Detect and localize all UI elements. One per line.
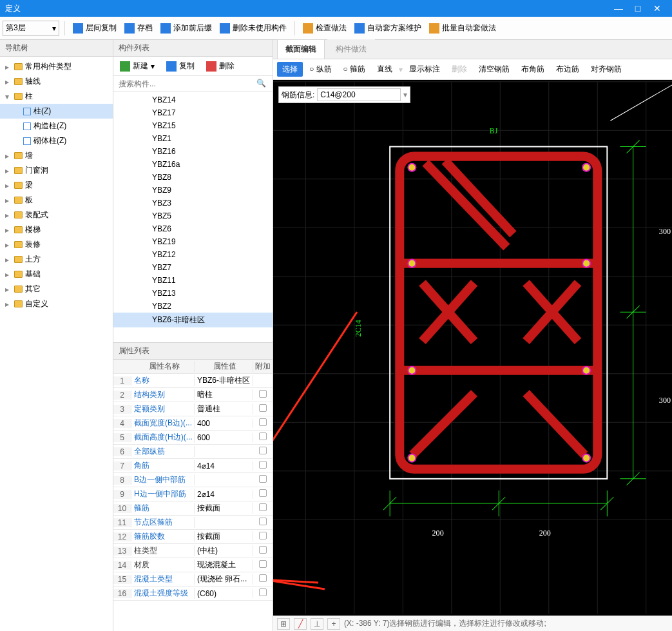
checkbox[interactable] xyxy=(259,461,267,469)
property-row[interactable]: 7角筋4⌀14 xyxy=(113,459,273,473)
component-item[interactable]: YBZ3 xyxy=(113,197,273,209)
tab-section-edit[interactable]: 截面编辑 xyxy=(277,39,325,59)
component-item[interactable]: YBZ2 xyxy=(113,300,273,313)
component-item[interactable]: YBZ6 xyxy=(113,222,273,235)
property-row[interactable]: 1名称YBZ6-非暗柱区 xyxy=(113,374,273,388)
nav-item[interactable]: ▸梁 xyxy=(0,178,113,193)
auto-scheme-button[interactable]: 自动套方案维护 xyxy=(352,21,424,35)
component-item[interactable]: YBZ19 xyxy=(113,235,273,248)
property-row[interactable]: 8B边一侧中部筋 xyxy=(113,473,273,487)
component-search-input[interactable] xyxy=(117,77,269,90)
status-btn-1[interactable]: ⊞ xyxy=(277,618,290,630)
stirrup-radio[interactable]: 箍筋 xyxy=(338,62,371,77)
nav-item[interactable]: ▸板 xyxy=(0,193,113,208)
checkbox[interactable] xyxy=(259,489,267,497)
component-item[interactable]: YBZ11 xyxy=(113,274,273,287)
align-rebar-button[interactable]: 对齐钢筋 xyxy=(586,62,627,77)
checkbox[interactable] xyxy=(259,546,267,554)
checkbox[interactable] xyxy=(259,404,267,412)
property-row[interactable]: 6全部纵筋 xyxy=(113,445,273,459)
archive-button[interactable]: 存档 xyxy=(122,21,155,35)
layer-copy-button[interactable]: 层间复制 xyxy=(70,21,119,35)
checkbox[interactable] xyxy=(259,560,267,568)
checkbox[interactable] xyxy=(259,418,267,426)
checkbox[interactable] xyxy=(259,574,267,582)
nav-item[interactable]: ▸轴线 xyxy=(0,74,113,89)
status-btn-3[interactable]: ⊥ xyxy=(311,618,323,630)
nav-item[interactable]: ▸装修 xyxy=(0,237,113,252)
nav-item[interactable]: ▸楼梯 xyxy=(0,222,113,237)
component-item[interactable]: YBZ13 xyxy=(113,287,273,300)
property-row[interactable]: 3定额类别普通柱 xyxy=(113,402,273,416)
nav-item[interactable]: ▸常用构件类型 xyxy=(0,59,113,74)
property-row[interactable]: 2结构类别暗柱 xyxy=(113,388,273,402)
line-button[interactable]: 直线 xyxy=(372,62,398,77)
component-item[interactable]: YBZ17 xyxy=(113,106,273,119)
close-button[interactable]: ✕ xyxy=(648,3,667,14)
component-item[interactable]: YBZ15 xyxy=(113,119,273,132)
copy-component-button[interactable]: 复制 xyxy=(164,59,197,73)
add-prefix-suffix-button[interactable]: 添加前后缀 xyxy=(158,21,215,35)
property-row[interactable]: 15混凝土类型(现浇砼 卵石... xyxy=(113,572,273,587)
property-row[interactable]: 9H边一侧中部筋2⌀14 xyxy=(113,487,273,501)
component-item[interactable]: YBZ16a xyxy=(113,158,273,171)
check-method-button[interactable]: 检查做法 xyxy=(300,21,349,35)
corner-rebar-button[interactable]: 布角筋 xyxy=(516,62,550,77)
nav-item[interactable]: ▾柱 xyxy=(0,89,113,104)
rebar-info-input[interactable] xyxy=(317,88,401,101)
clear-rebar-button[interactable]: 清空钢筋 xyxy=(474,62,515,77)
delete-unused-button[interactable]: 删除未使用构件 xyxy=(217,21,289,35)
component-item[interactable]: YBZ16 xyxy=(113,145,273,158)
checkbox[interactable] xyxy=(259,518,267,525)
delete-component-button[interactable]: 删除 xyxy=(204,59,237,73)
component-item[interactable]: YBZ5 xyxy=(113,209,273,222)
component-item[interactable]: YBZ6-非暗柱区 xyxy=(113,313,273,327)
nav-subitem[interactable]: 构造柱(Z) xyxy=(0,119,113,133)
nav-item[interactable]: ▸其它 xyxy=(0,282,113,296)
nav-item[interactable]: ▸墙 xyxy=(0,148,113,163)
component-item[interactable]: YBZ9 xyxy=(113,184,273,197)
section-canvas[interactable]: 钢筋信息: ▾ xyxy=(273,80,672,616)
property-row[interactable]: 14材质现浇混凝土 xyxy=(113,558,273,572)
delete-button[interactable]: 删除 xyxy=(446,62,472,77)
maximize-button[interactable]: □ xyxy=(628,3,648,14)
component-item[interactable]: YBZ12 xyxy=(113,248,273,261)
checkbox[interactable] xyxy=(259,532,267,539)
nav-item[interactable]: ▸装配式 xyxy=(0,208,113,222)
checkbox[interactable] xyxy=(259,390,267,398)
vbar-radio[interactable]: 纵筋 xyxy=(304,62,337,77)
nav-subitem[interactable]: 柱(Z) xyxy=(0,104,113,119)
checkbox[interactable] xyxy=(259,588,267,596)
nav-subitem[interactable]: 砌体柱(Z) xyxy=(0,133,113,148)
select-button[interactable]: 选择 xyxy=(277,62,303,77)
new-component-button[interactable]: 新建 ▾ xyxy=(117,59,157,73)
minimize-button[interactable]: — xyxy=(609,3,628,14)
nav-item[interactable]: ▸基础 xyxy=(0,267,113,282)
checkbox[interactable] xyxy=(259,432,267,440)
tab-component-method[interactable]: 构件做法 xyxy=(327,39,375,59)
status-btn-2[interactable]: ╱ xyxy=(294,618,307,630)
floor-selector[interactable]: 第3层 ▾ xyxy=(3,21,59,36)
nav-item[interactable]: ▸自定义 xyxy=(0,296,113,311)
property-row[interactable]: 5截面高度(H边)(...600 xyxy=(113,431,273,445)
chevron-down-icon[interactable]: ▾ xyxy=(403,90,407,99)
property-row[interactable]: 4截面宽度(B边)(...400 xyxy=(113,416,273,431)
checkbox[interactable] xyxy=(259,475,267,483)
batch-auto-button[interactable]: 批量自动套做法 xyxy=(427,21,499,35)
property-row[interactable]: 10箍筋按截面 xyxy=(113,501,273,516)
component-item[interactable]: YBZ14 xyxy=(113,93,273,106)
component-search[interactable]: 🔍 xyxy=(113,76,273,92)
component-item[interactable]: YBZ8 xyxy=(113,171,273,184)
component-item[interactable]: YBZ7 xyxy=(113,261,273,274)
show-label-button[interactable]: 显示标注 xyxy=(404,62,445,77)
nav-item[interactable]: ▸土方 xyxy=(0,252,113,267)
nav-item[interactable]: ▸门窗洞 xyxy=(0,163,113,178)
property-row[interactable]: 12箍筋胶数按截面 xyxy=(113,530,273,544)
edge-rebar-button[interactable]: 布边筋 xyxy=(551,62,584,77)
property-row[interactable]: 16混凝土强度等级(C60) xyxy=(113,587,273,601)
checkbox[interactable] xyxy=(259,503,267,511)
checkbox[interactable] xyxy=(259,447,267,454)
search-icon[interactable]: 🔍 xyxy=(256,79,266,88)
property-row[interactable]: 13柱类型(中柱) xyxy=(113,544,273,558)
component-item[interactable]: YBZ1 xyxy=(113,132,273,145)
